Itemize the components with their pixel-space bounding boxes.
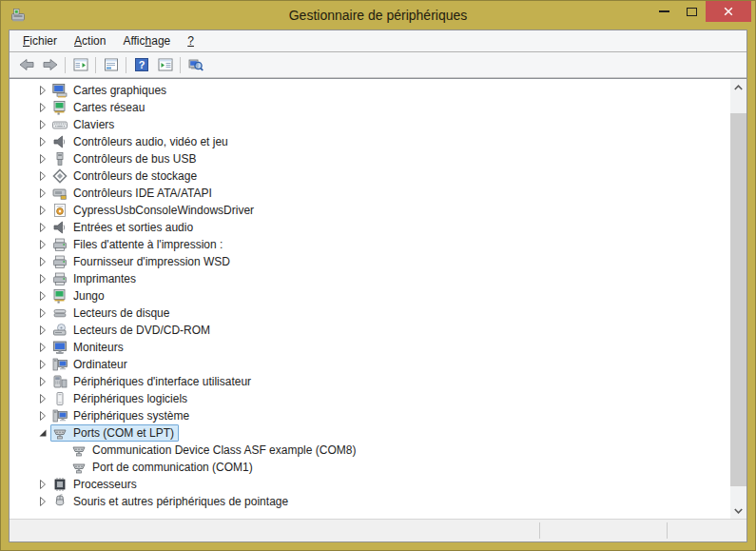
scrollbar-track[interactable] [730,95,746,502]
tree-row: Contrôleurs IDE ATA/ATAPI [10,185,730,202]
expand-arrow-icon[interactable] [35,494,50,509]
expand-arrow-icon[interactable] [35,408,50,423]
window-body: FichierActionAffichage? ? Cartes graphiq… [9,30,747,542]
tree-item[interactable]: Périphériques d'interface utilisateur [50,373,256,390]
scroll-up-button[interactable] [730,79,746,95]
expand-arrow-icon[interactable] [35,305,50,321]
expand-arrow-icon[interactable] [35,254,50,269]
printer-icon [52,237,68,252]
expand-arrow-icon[interactable] [35,391,50,406]
expand-arrow-icon[interactable] [35,203,50,218]
tree-item[interactable]: Périphériques logiciels [50,390,192,407]
action-pane-icon [158,57,173,72]
expand-arrow-icon[interactable] [35,117,50,132]
status-bar [10,519,746,541]
expand-arrow-icon[interactable] [35,288,50,304]
chevron-up-icon [734,85,743,90]
toolbar: ? [10,52,746,78]
expand-arrow-icon[interactable] [35,100,50,115]
expand-arrow-icon[interactable] [35,186,50,201]
tree-item[interactable]: Lecteurs de disque [50,305,174,322]
expander-spacer [54,460,69,475]
menu-item-affichage[interactable]: Affichage [114,31,179,50]
expander-spacer [54,443,69,458]
tree-item[interactable]: Contrôleurs audio, vidéo et jeu [50,133,233,150]
tree-item[interactable]: Files d'attente à l'impression : [50,236,227,253]
expand-arrow-icon[interactable] [35,323,50,338]
expand-arrow-icon[interactable] [35,477,50,492]
expand-arrow-icon[interactable] [35,357,50,372]
expand-arrow-icon[interactable] [35,374,50,389]
collapse-arrow-icon[interactable] [35,425,50,441]
tree-item[interactable]: Fournisseur d'impression WSD [50,253,235,270]
forward-arrow-button[interactable] [38,54,62,75]
disk-drive-icon [52,305,68,321]
properties-button[interactable] [99,54,123,75]
tree-item[interactable]: Moniteurs [50,339,128,356]
vertical-scrollbar[interactable] [730,79,746,519]
computer-icon [52,357,68,372]
console-tree-button[interactable] [68,54,92,75]
tree-row: Fournisseur d'impression WSD [10,253,730,270]
help-button[interactable]: ? [129,54,153,75]
tree-item-label: Cartes réseau [73,101,145,114]
minimize-button[interactable] [650,1,678,22]
tree-item-label: Lecteurs de disque [73,306,169,320]
expand-arrow-icon[interactable] [35,220,50,235]
back-arrow-button[interactable] [14,54,38,75]
tree-item[interactable]: Lecteurs de DVD/CD-ROM [50,322,215,339]
tree-item[interactable]: Contrôleurs de bus USB [50,150,201,167]
expand-arrow-icon[interactable] [35,340,50,355]
tree-item[interactable]: Cartes réseau [50,99,149,116]
tree-row: Jungo [10,287,730,305]
scan-hardware-button[interactable] [184,54,207,75]
tree-item[interactable]: CypressUsbConsoleWindowsDriver [50,202,259,219]
tree-item[interactable]: Communication Device Class ASF example (… [69,442,360,459]
tree-item-label: Ordinateur [73,358,127,371]
tree-item[interactable]: Imprimantes [50,270,141,287]
monitor-icon [52,340,68,355]
tree-row: Entrées et sorties audio [10,219,730,236]
menu-item-fichier[interactable]: Fichier [14,31,66,50]
tree-item[interactable]: Jungo [50,287,109,305]
tree-item[interactable]: Claviers [50,116,119,133]
tree-item[interactable]: Ports (COM et LPT) [50,424,179,442]
expand-arrow-icon[interactable] [35,168,50,184]
display-adapter-icon [52,83,68,98]
menu-item-?[interactable]: ? [179,31,203,50]
tree-item-label: Port de communication (COM1) [92,461,253,474]
expand-arrow-icon[interactable] [35,151,50,167]
tree-item-label: Cartes graphiques [73,84,166,97]
tree-item-label: Lecteurs de DVD/CD-ROM [73,324,210,337]
tree-item[interactable]: Processeurs [50,476,142,493]
tree-item[interactable]: Contrôleurs IDE ATA/ATAPI [50,185,217,202]
tree-item[interactable]: Contrôleurs de stockage [50,167,202,185]
tree-row: Ports (COM et LPT) [10,424,730,442]
maximize-icon [687,8,697,16]
expand-arrow-icon[interactable] [35,271,50,286]
action-pane-button[interactable] [153,54,177,75]
toolbar-separator [65,57,66,73]
usb-icon [52,151,68,167]
expand-arrow-icon[interactable] [35,134,50,149]
menu-item-action[interactable]: Action [66,31,114,50]
network-adapter-icon [52,100,68,115]
maximize-button[interactable] [678,1,706,22]
tree-item-label: Périphériques d'interface utilisateur [73,375,251,388]
expand-arrow-icon[interactable] [35,83,50,98]
tree-row: Communication Device Class ASF example (… [10,442,730,459]
tree-item[interactable]: Cartes graphiques [50,82,171,99]
scroll-down-button[interactable] [730,502,746,519]
tree-item[interactable]: Entrées et sorties audio [50,219,198,236]
ide-controller-icon [52,186,68,201]
close-button[interactable] [706,1,751,22]
device-manager-window: Gestionnaire de périphériques FichierAct… [0,0,756,551]
scrollbar-thumb[interactable] [730,113,746,486]
tree-item[interactable]: Ordinateur [50,356,132,373]
expand-arrow-icon[interactable] [35,237,50,252]
device-tree-panel: Cartes graphiquesCartes réseauClaviersCo… [10,78,746,519]
tree-item-label: Contrôleurs de bus USB [73,152,196,166]
tree-item[interactable]: Port de communication (COM1) [69,459,258,476]
tree-item[interactable]: Périphériques système [50,407,194,424]
tree-item[interactable]: Souris et autres périphériques de pointa… [50,493,293,510]
